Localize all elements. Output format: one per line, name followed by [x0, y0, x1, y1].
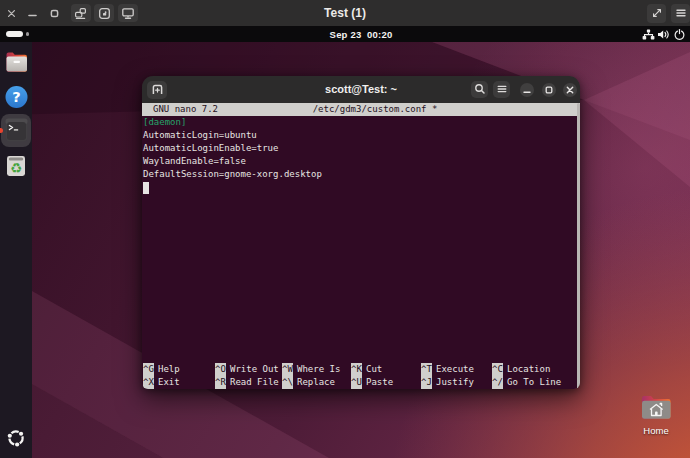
nano-titlebar: GNU nano 7.2 /etc/gdm3/custom.conf *: [142, 103, 580, 116]
nano-shortcut-label: Execute: [432, 364, 474, 374]
terminal-minimize-icon: [523, 86, 531, 94]
terminal-maximize-icon: [545, 86, 553, 94]
power-icon: [674, 29, 685, 40]
ubuntu-logo-icon: [7, 429, 25, 447]
nano-shortcut-key: ^U: [351, 376, 362, 389]
home-folder-icon: [640, 394, 673, 421]
nano-line-2: AutomaticLogin=ubuntu: [142, 129, 580, 142]
terminal-menu-button[interactable]: [493, 81, 510, 98]
terminal-maximize-button[interactable]: [542, 83, 556, 97]
nano-shortcut-top-0[interactable]: ^GHelp: [143, 363, 180, 376]
help-icon: ?: [5, 85, 28, 109]
nano-shortcut-label: Help: [154, 364, 180, 374]
ubuntu-dock: ? ♻: [0, 42, 32, 458]
topbar-clock[interactable]: Sep 23 00:20: [330, 26, 393, 42]
volume-indicator[interactable]: [657, 26, 670, 42]
svg-text:♻: ♻: [10, 160, 22, 176]
terminal-cursor: [143, 182, 149, 194]
nano-shortcut-label: Write Out: [226, 364, 279, 374]
nano-shortcut-label: Replace: [293, 377, 335, 387]
nano-shortcut-key: ^\: [282, 376, 293, 389]
show-apps-button[interactable]: [7, 429, 25, 447]
nano-shortcut-top-3[interactable]: ^KCut: [351, 363, 382, 376]
dock-item-files[interactable]: [5, 50, 28, 74]
network-icon: [642, 29, 655, 40]
desktop-home-shortcut[interactable]: Home: [632, 392, 680, 440]
terminal-content[interactable]: GNU nano 7.2 /etc/gdm3/custom.conf * [da…: [142, 103, 580, 389]
nano-shortcut-bot-1[interactable]: ^RRead File: [215, 376, 279, 389]
nano-shortcut-key: ^K: [351, 363, 362, 376]
vm-window-titlebar: Test (1): [0, 0, 690, 26]
search-icon: [474, 83, 486, 95]
nano-shortcut-label: Paste: [362, 377, 393, 387]
dock-item-help[interactable]: ?: [5, 85, 28, 109]
nano-shortcut-top-5[interactable]: ^CLocation: [492, 363, 550, 376]
nano-line-5: DefaultSession=gnome-xorg.desktop: [142, 168, 580, 181]
terminal-close-button[interactable]: [563, 83, 577, 97]
screenshot-stage: Test (1): [0, 0, 690, 458]
workspace-active-pill[interactable]: [6, 31, 23, 37]
nano-shortcut-label: Read File: [226, 377, 279, 387]
nano-shortcut-key: ^G: [143, 363, 154, 376]
trash-icon: ♻: [6, 155, 26, 177]
home-shortcut-label: Home: [632, 425, 680, 436]
vm-window-title: Test (1): [0, 0, 690, 26]
nano-shortcut-bot-3[interactable]: ^UPaste: [351, 376, 393, 389]
nano-shortcut-label: Location: [503, 364, 550, 374]
nano-shortcut-key: ^C: [492, 363, 503, 376]
terminal-hamburger-icon: [496, 83, 508, 95]
terminal-title: scott@Test: ~: [142, 76, 580, 103]
nano-shortcut-bot-0[interactable]: ^XExit: [143, 376, 180, 389]
nano-shortcut-key: ^J: [421, 376, 432, 389]
nano-filename: /etc/gdm3/custom.conf *: [313, 103, 438, 116]
nano-version: GNU nano 7.2: [153, 103, 218, 116]
nano-shortcut-key: ^X: [143, 376, 154, 389]
terminal-search-button[interactable]: [471, 81, 488, 98]
nano-shortcut-label: Where Is: [293, 364, 340, 374]
fullscreen-icon: [651, 7, 663, 19]
nano-shortcut-label: Cut: [362, 364, 382, 374]
nano-shortcut-bot-5[interactable]: ^/Go To Line: [492, 376, 561, 389]
nano-shortcut-key: ^R: [215, 376, 226, 389]
nano-shortcut-bot-2[interactable]: ^\Replace: [282, 376, 335, 389]
nano-shortcut-bot-4[interactable]: ^JJustify: [421, 376, 474, 389]
volume-icon: [657, 29, 670, 40]
nano-line-4: WaylandEnable=false: [142, 155, 580, 168]
nano-shortcut-key: ^T: [421, 363, 432, 376]
nano-shortcut-top-1[interactable]: ^OWrite Out: [215, 363, 279, 376]
dock-item-terminal[interactable]: [5, 118, 28, 142]
nano-shortcut-key: ^W: [282, 363, 293, 376]
terminal-close-icon: [566, 86, 574, 94]
gnome-top-bar: Sep 23 00:20: [0, 26, 690, 42]
nano-shortcut-label: Exit: [154, 377, 180, 387]
workspace-inactive-dot[interactable]: [26, 32, 30, 36]
hamburger-menu-icon: [675, 7, 687, 19]
terminal-titlebar[interactable]: scott@Test: ~: [142, 76, 580, 103]
terminal-scrollbar[interactable]: [577, 103, 580, 389]
nano-line-3: AutomaticLoginEnable=true: [142, 142, 580, 155]
terminal-window: scott@Test: ~: [142, 76, 580, 389]
network-indicator[interactable]: [642, 26, 655, 42]
nano-shortcut-top-4[interactable]: ^TExecute: [421, 363, 474, 376]
nano-shortcut-key: ^/: [492, 376, 503, 389]
nano-shortcut-label: Justify: [432, 377, 474, 387]
terminal-minimize-button[interactable]: [520, 83, 534, 97]
nano-shortcut-key: ^O: [215, 363, 226, 376]
nano-line-1: [daemon]: [142, 116, 580, 129]
power-indicator[interactable]: [674, 26, 685, 42]
nano-shortcut-label: Go To Line: [503, 377, 561, 387]
app-menu-button[interactable]: [671, 4, 690, 23]
fullscreen-button[interactable]: [647, 4, 666, 23]
dock-item-trash[interactable]: ♻: [6, 155, 26, 177]
vm-display: Sep 23 00:20: [0, 26, 690, 458]
svg-text:?: ?: [12, 88, 20, 104]
files-icon: [5, 50, 28, 74]
terminal-icon: [5, 118, 28, 142]
nano-shortcut-top-2[interactable]: ^WWhere Is: [282, 363, 340, 376]
